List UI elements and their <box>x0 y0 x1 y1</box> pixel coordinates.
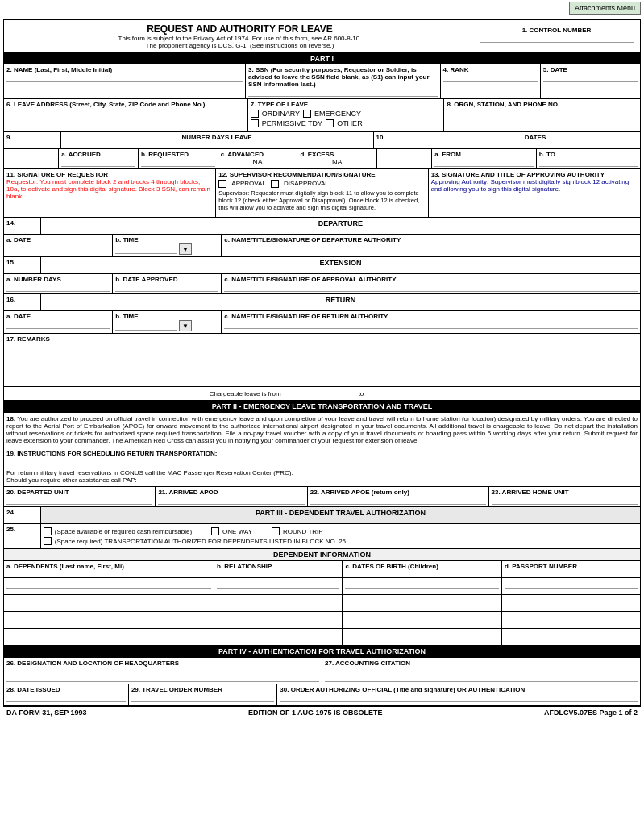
dep-3d[interactable] <box>502 612 640 628</box>
dep-1c[interactable] <box>343 578 502 594</box>
input-29[interactable] <box>131 693 274 702</box>
dep-2d-input[interactable] <box>505 597 638 605</box>
input-15c[interactable] <box>224 283 638 292</box>
cell-29: 29. TRAVEL ORDER NUMBER <box>129 684 277 705</box>
dep-1b[interactable] <box>214 578 343 594</box>
input-16b[interactable] <box>115 322 177 331</box>
dep-2b[interactable] <box>214 595 343 611</box>
chargeable-text: Chargeable leave is from <box>210 390 281 397</box>
input-27[interactable] <box>325 673 638 682</box>
dep-4a-input[interactable] <box>6 630 211 639</box>
time-16b-dropdown[interactable]: ▼ <box>179 320 192 331</box>
part2-header: PART II - EMERGENCY LEAVE TRANSPORTATION… <box>4 401 640 413</box>
input-20[interactable] <box>6 496 152 505</box>
attachments-menu-button[interactable]: Attachments Menu <box>569 2 641 15</box>
dep-2c-input[interactable] <box>345 597 499 605</box>
emergency-checkbox[interactable] <box>303 110 311 118</box>
input-ssn[interactable] <box>248 88 437 97</box>
dep-3c-input[interactable] <box>345 614 499 622</box>
cell-address: 6. LEAVE ADDRESS (Street, City, State, Z… <box>4 99 248 131</box>
dep-3b[interactable] <box>214 612 343 628</box>
space-avail-checkbox[interactable] <box>44 527 52 535</box>
label-28: 28. DATE ISSUED <box>6 686 126 693</box>
permissive-checkbox[interactable] <box>251 119 259 127</box>
space-req-checkbox[interactable] <box>44 537 52 545</box>
dep-2a-input[interactable] <box>6 597 211 605</box>
dep-1c-input[interactable] <box>345 580 499 589</box>
label-18: 18. <box>6 415 15 422</box>
input-15a[interactable] <box>6 283 110 292</box>
return-label: RETURN <box>326 296 356 304</box>
cell-empty2 <box>377 149 432 168</box>
dep-3d-input[interactable] <box>505 614 638 622</box>
approval-checkbox[interactable] <box>218 180 226 188</box>
dep-4c[interactable] <box>343 629 502 645</box>
input-16c[interactable] <box>224 320 638 329</box>
time-14b-container: ▼ <box>115 243 218 255</box>
row15-extension: 15. EXTENSION <box>4 257 640 274</box>
dep-2a[interactable] <box>4 595 214 611</box>
input-26[interactable] <box>6 673 319 682</box>
label-15a: a. NUMBER DAYS <box>6 276 110 283</box>
label-dep-col-b: b. RELATIONSHIP <box>217 563 339 570</box>
dep-2b-input[interactable] <box>217 597 339 605</box>
input-14a[interactable] <box>6 243 110 252</box>
dep-2d[interactable] <box>502 595 640 611</box>
input-to[interactable] <box>539 158 638 167</box>
ordinary-checkbox[interactable] <box>251 110 259 118</box>
cell-field10: 10. <box>374 132 431 148</box>
dep-3b-input[interactable] <box>217 614 339 622</box>
dep-4a[interactable] <box>4 629 214 645</box>
row-part3-header: 24. PART III - DEPENDENT TRAVEL AUTHORIZ… <box>4 507 640 524</box>
control-number-input[interactable] <box>480 34 634 43</box>
dep-1b-input[interactable] <box>217 580 339 589</box>
cell-20: 20. DEPARTED UNIT <box>4 487 156 506</box>
round-trip-checkbox[interactable] <box>272 527 280 535</box>
input-date[interactable] <box>543 73 638 82</box>
label-14c: c. NAME/TITLE/SIGNATURE OF DEPARTURE AUT… <box>224 236 638 243</box>
label-sig-approving: 13. SIGNATURE AND TITLE OF APPROVING AUT… <box>431 171 638 178</box>
dep-2c[interactable] <box>343 595 502 611</box>
one-way-checkbox[interactable] <box>211 527 219 535</box>
dep-3a[interactable] <box>4 612 214 628</box>
part3-header-cell: PART III - DEPENDENT TRAVEL AUTHORIZATIO… <box>41 507 640 523</box>
input-23[interactable] <box>492 496 638 505</box>
input-address[interactable] <box>6 114 245 123</box>
input-21[interactable] <box>158 496 304 505</box>
dep-4c-input[interactable] <box>345 630 499 639</box>
input-14c[interactable] <box>224 243 638 252</box>
dep-3a-input[interactable] <box>6 614 211 622</box>
instructions-line1: For return military travel reservations … <box>6 469 638 476</box>
label-20: 20. DEPARTED UNIT <box>6 489 152 496</box>
input-rank[interactable] <box>443 73 538 82</box>
cell-sig-supervisor: 12. SUPERVISOR RECOMMENDATION/SIGNATURE … <box>216 169 428 217</box>
cell-empty <box>4 149 59 168</box>
dep-4b[interactable] <box>214 629 343 645</box>
dep-4d[interactable] <box>502 629 640 645</box>
dep-col-a-header: a. DEPENDENTS (Last name, First, Mi) <box>4 561 214 577</box>
input-from[interactable] <box>434 158 533 167</box>
dep-1a[interactable] <box>4 578 214 594</box>
dep-1d-input[interactable] <box>505 580 638 589</box>
input-orgn[interactable] <box>447 114 638 123</box>
dep-4b-input[interactable] <box>217 630 339 639</box>
disapproval-checkbox[interactable] <box>271 180 279 188</box>
input-16a[interactable] <box>6 320 110 329</box>
label-excess: d. EXCESS <box>300 151 374 158</box>
dep-1d[interactable] <box>502 578 640 594</box>
input-28[interactable] <box>6 693 126 702</box>
input-accrued[interactable] <box>61 158 135 167</box>
input-name[interactable] <box>6 73 243 82</box>
dep-4d-input[interactable] <box>505 630 638 639</box>
input-requested[interactable] <box>141 158 215 167</box>
remarks-textarea[interactable] <box>6 343 638 383</box>
time-14b-dropdown[interactable]: ▼ <box>179 243 192 255</box>
input-22[interactable] <box>310 496 486 505</box>
dep-3c[interactable] <box>343 612 502 628</box>
input-14b[interactable] <box>115 245 177 254</box>
label-type-leave: 7. TYPE OF LEAVE <box>251 101 442 108</box>
other-checkbox[interactable] <box>326 119 334 127</box>
dep-1a-input[interactable] <box>6 580 211 589</box>
input-30[interactable] <box>280 693 638 702</box>
input-15b[interactable] <box>115 283 218 292</box>
